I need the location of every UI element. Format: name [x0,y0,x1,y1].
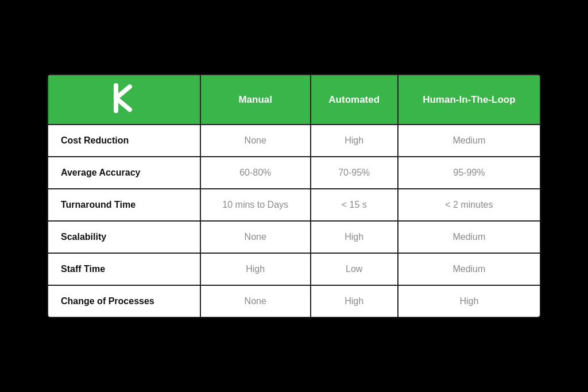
table-row: Change of ProcessesNoneHighHigh [48,285,540,317]
cell-hitl-0: Medium [398,125,540,157]
table-row: ScalabilityNoneHighMedium [48,221,540,253]
cell-automated-4: Low [311,253,398,285]
table-row: Average Accuracy60-80%70-95%95-99% [48,157,540,189]
table-row: Turnaround Time10 mins to Days< 15 s< 2 … [48,189,540,221]
row-label-5: Change of Processes [48,285,200,317]
cell-manual-0: None [200,125,311,157]
cell-automated-1: 70-95% [311,157,398,189]
row-label-3: Scalability [48,221,200,253]
cell-hitl-2: < 2 minutes [398,189,540,221]
cell-hitl-1: 95-99% [398,157,540,189]
row-label-2: Turnaround Time [48,189,200,221]
table-row: Cost ReductionNoneHighMedium [48,125,540,157]
cell-manual-1: 60-80% [200,157,311,189]
cell-manual-2: 10 mins to Days [200,189,311,221]
table-row: Staff TimeHighLowMedium [48,253,540,285]
cell-automated-2: < 15 s [311,189,398,221]
header-manual: Manual [200,75,311,125]
cell-manual-5: None [200,285,311,317]
cell-hitl-3: Medium [398,221,540,253]
cell-hitl-5: High [398,285,540,317]
header-row: Manual Automated Human-In-The-Loop [48,75,540,125]
row-label-1: Average Accuracy [48,157,200,189]
row-label-0: Cost Reduction [48,125,200,157]
cell-automated-5: High [311,285,398,317]
cell-automated-3: High [311,221,398,253]
brand-logo [110,83,138,116]
header-hitl: Human-In-The-Loop [398,75,540,125]
cell-manual-4: High [200,253,311,285]
logo-cell [48,75,200,125]
header-automated: Automated [311,75,398,125]
cell-automated-0: High [311,125,398,157]
cell-hitl-4: Medium [398,253,540,285]
row-label-4: Staff Time [48,253,200,285]
svg-point-0 [114,83,118,88]
cell-manual-3: None [200,221,311,253]
comparison-table: Manual Automated Human-In-The-Loop Cost … [47,74,541,318]
